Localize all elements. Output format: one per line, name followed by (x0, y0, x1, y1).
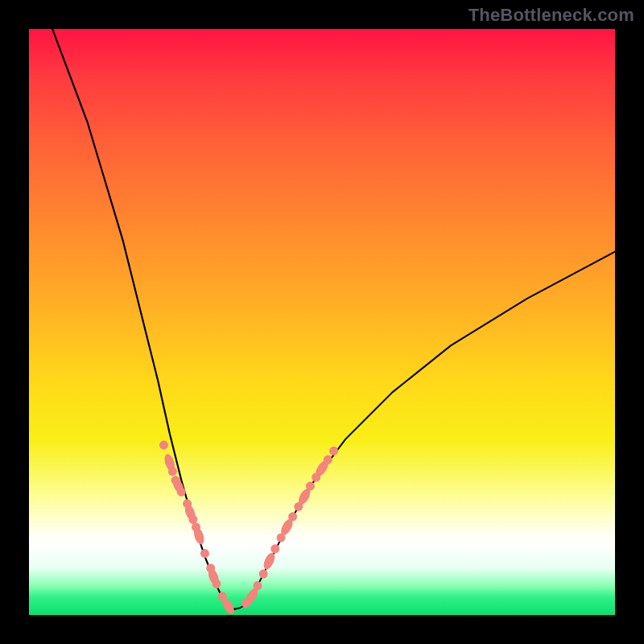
curve-marker (199, 548, 210, 559)
curve-marker (258, 568, 270, 580)
curve-marker (328, 445, 340, 457)
curve-marker (262, 551, 277, 572)
curve-marker (158, 440, 169, 451)
curve-right (234, 252, 615, 609)
plot-area (29, 29, 615, 615)
chart-stage: TheBottleneck.com (0, 0, 644, 644)
marker-band-right (240, 445, 341, 610)
curve-left (52, 29, 234, 609)
curve-layer (29, 29, 615, 615)
curve-marker (269, 543, 281, 555)
marker-band-left (158, 440, 236, 615)
watermark-text: TheBottleneck.com (469, 5, 634, 26)
